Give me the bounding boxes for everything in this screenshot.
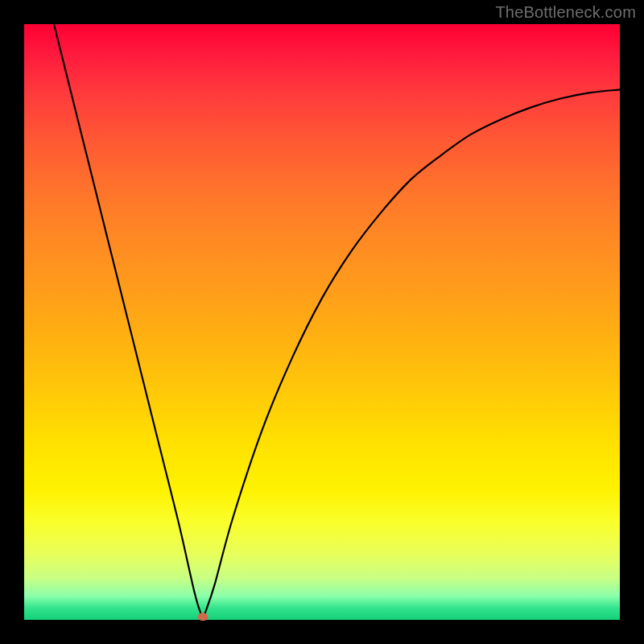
marker-dot — [198, 613, 208, 621]
bottleneck-curve — [54, 24, 620, 617]
curve-svg — [24, 24, 620, 620]
watermark-text: TheBottleneck.com — [495, 3, 636, 22]
chart-frame: TheBottleneck.com — [0, 0, 644, 644]
plot-area — [24, 24, 620, 620]
